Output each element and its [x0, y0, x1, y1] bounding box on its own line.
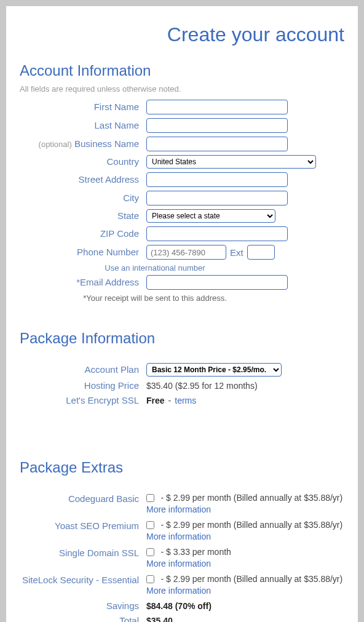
street-input[interactable]	[146, 172, 288, 187]
intl-number-link[interactable]: Use an international number	[20, 263, 290, 273]
sitelock-more-link[interactable]: More information	[146, 586, 211, 596]
single-ssl-price: - $ 3.33 per month	[160, 547, 231, 557]
savings-value: $84.48 (70% off)	[146, 601, 212, 611]
business-name-input[interactable]	[146, 137, 288, 151]
last-name-label: Last Name	[20, 120, 146, 131]
email-label: *Email Address	[20, 277, 146, 288]
single-ssl-label: Single Domain SSL	[20, 546, 146, 572]
ssl-label: Let's Encrypt SSL	[20, 395, 146, 406]
yoast-more-link[interactable]: More information	[146, 532, 211, 541]
city-label: City	[20, 193, 146, 204]
state-select[interactable]: Please select a state	[146, 209, 275, 223]
total-value: $35.40	[146, 616, 173, 622]
codeguard-checkbox[interactable]	[146, 494, 154, 502]
page-title: Create your account	[20, 23, 344, 46]
optional-tag: (optional)	[39, 140, 72, 149]
hosting-price-label: Hosting Price	[20, 380, 146, 391]
required-note: All fields are required unless otherwise…	[20, 84, 344, 94]
zip-input[interactable]	[146, 226, 288, 241]
codeguard-label: Codeguard Basic	[20, 492, 146, 518]
phone-input[interactable]	[146, 245, 226, 260]
ext-label: Ext	[230, 247, 243, 258]
ssl-free-value: Free	[146, 396, 165, 405]
account-plan-select[interactable]: Basic 12 Month Price - $2.95/mo.	[146, 363, 282, 377]
street-label: Street Address	[20, 174, 146, 185]
sitelock-checkbox[interactable]	[146, 575, 154, 583]
zip-label: ZIP Code	[20, 228, 146, 239]
account-info-heading: Account Information	[20, 62, 344, 79]
receipt-note: *Your receipt will be sent to this addre…	[20, 293, 290, 303]
ext-input[interactable]	[247, 245, 275, 260]
package-extras-heading: Package Extras	[20, 459, 344, 476]
sitelock-price: - $ 2.99 per month (Billed annually at $…	[160, 574, 342, 584]
single-ssl-more-link[interactable]: More information	[146, 559, 211, 568]
package-info-heading: Package Information	[20, 330, 344, 347]
hosting-price-value: $35.40 ($2.95 for 12 months)	[146, 381, 258, 391]
sitelock-label: SiteLock Security - Essential	[20, 573, 146, 599]
account-plan-label: Account Plan	[20, 364, 146, 375]
ssl-sep: -	[168, 396, 172, 405]
state-label: State	[20, 210, 146, 221]
yoast-checkbox[interactable]	[146, 521, 154, 529]
city-input[interactable]	[146, 191, 288, 205]
last-name-input[interactable]	[146, 118, 288, 133]
first-name-label: First Name	[20, 102, 146, 113]
single-ssl-checkbox[interactable]	[146, 548, 154, 556]
email-input[interactable]	[146, 275, 288, 290]
yoast-price: - $ 2.99 per month (Billed annually at $…	[160, 520, 342, 530]
savings-label: Savings	[20, 600, 146, 612]
business-name-label: Business Name	[74, 138, 139, 149]
total-label: Total	[20, 615, 146, 622]
country-select[interactable]: United States	[146, 155, 316, 169]
codeguard-more-link[interactable]: More information	[146, 504, 211, 514]
ssl-terms-link[interactable]: terms	[175, 396, 196, 405]
codeguard-price: - $ 2.99 per month (Billed annually at $…	[160, 493, 342, 503]
phone-label: Phone Number	[20, 247, 146, 258]
yoast-label: Yoast SEO Premium	[20, 519, 146, 545]
country-label: Country	[20, 156, 146, 167]
first-name-input[interactable]	[146, 100, 288, 114]
